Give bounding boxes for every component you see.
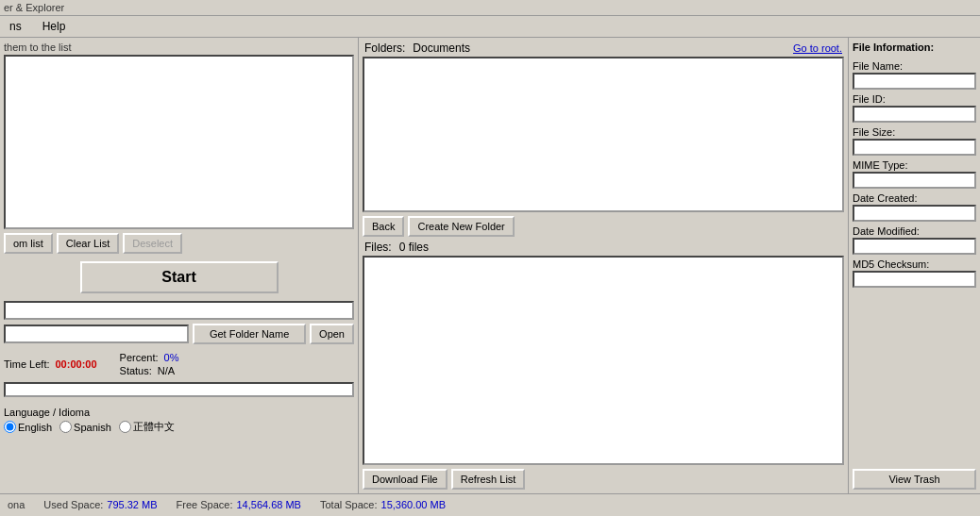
file-id-value bbox=[853, 106, 976, 123]
total-space-label: Total Space: bbox=[320, 499, 378, 510]
lang-chinese-label: 正體中文 bbox=[133, 420, 175, 434]
file-list-box bbox=[4, 55, 354, 229]
lang-chinese-option[interactable]: 正體中文 bbox=[119, 420, 175, 434]
lang-chinese-radio[interactable] bbox=[119, 421, 131, 433]
percent-label: Percent: bbox=[120, 352, 159, 363]
file-name-label: File Name: bbox=[853, 60, 976, 72]
menu-bar: ns Help bbox=[0, 16, 980, 38]
files-label: Files: bbox=[364, 241, 392, 254]
files-list bbox=[363, 256, 844, 465]
deselect-button[interactable]: Deselect bbox=[123, 233, 182, 254]
folders-path: Documents bbox=[413, 42, 470, 55]
create-new-folder-button[interactable]: Create New Folder bbox=[408, 216, 514, 237]
device-name: ona bbox=[8, 499, 25, 510]
status-value: N/A bbox=[158, 365, 175, 376]
view-trash-button[interactable]: View Trash bbox=[853, 469, 976, 490]
free-space-label: Free Space: bbox=[177, 499, 233, 510]
folder-input[interactable] bbox=[4, 301, 354, 320]
md5-value bbox=[853, 271, 976, 288]
get-folder-name-button[interactable]: Get Folder Name bbox=[193, 324, 306, 344]
back-button[interactable]: Back bbox=[363, 216, 404, 237]
download-file-button[interactable]: Download File bbox=[363, 469, 448, 490]
lang-english-radio[interactable] bbox=[4, 421, 16, 433]
menu-item-help[interactable]: Help bbox=[37, 18, 72, 35]
files-count: 0 files bbox=[399, 241, 429, 254]
file-name-value bbox=[853, 73, 976, 90]
date-modified-value bbox=[853, 238, 976, 255]
folders-label: Folders: bbox=[364, 42, 405, 55]
file-info-title: File Information: bbox=[853, 42, 976, 53]
file-id-label: File ID: bbox=[853, 93, 976, 105]
open-button[interactable]: Open bbox=[310, 324, 354, 344]
from-list-button[interactable]: om list bbox=[4, 233, 53, 254]
lang-spanish-label: Spanish bbox=[74, 422, 111, 433]
folder-tree bbox=[363, 57, 844, 212]
time-left-value: 00:00:00 bbox=[56, 358, 97, 370]
total-space-value: 15,360.00 MB bbox=[381, 499, 447, 510]
clear-list-button[interactable]: Clear List bbox=[57, 233, 119, 254]
free-space-value: 14,564.68 MB bbox=[236, 499, 301, 510]
lang-english-label: English bbox=[18, 422, 52, 433]
middle-panel: Folders: Documents Go to root. Back Crea… bbox=[359, 38, 848, 493]
date-modified-label: Date Modified: bbox=[853, 225, 976, 237]
used-space-label: Used Space: bbox=[43, 499, 103, 510]
left-panel: them to the list om list Clear List Dese… bbox=[0, 38, 359, 493]
goto-root-link[interactable]: Go to root. bbox=[793, 42, 842, 54]
percent-value: 0% bbox=[164, 352, 179, 363]
status-label: Status: bbox=[120, 365, 152, 376]
date-created-label: Date Created: bbox=[853, 192, 976, 204]
file-size-value bbox=[853, 139, 976, 156]
start-button[interactable]: Start bbox=[80, 261, 279, 293]
title-text: er & Explorer bbox=[4, 2, 64, 13]
right-panel: File Information: File Name: File ID: Fi… bbox=[848, 38, 980, 493]
language-section: Language / Idioma English Spanish 正體中文 bbox=[4, 407, 354, 434]
lang-english-option[interactable]: English bbox=[4, 421, 52, 433]
left-panel-description: them to the list bbox=[4, 42, 354, 53]
time-left-label: Time Left: bbox=[4, 358, 50, 370]
used-space-value: 795.32 MB bbox=[107, 499, 157, 510]
language-label: Language / Idioma bbox=[4, 407, 354, 418]
menu-item-ns[interactable]: ns bbox=[4, 18, 27, 35]
refresh-list-button[interactable]: Refresh List bbox=[451, 469, 526, 490]
md5-label: MD5 Checksum: bbox=[853, 258, 976, 270]
lang-spanish-radio[interactable] bbox=[59, 421, 72, 433]
date-created-value bbox=[853, 205, 976, 222]
mime-type-value bbox=[853, 172, 976, 189]
file-size-label: File Size: bbox=[853, 126, 976, 138]
status-bar: ona Used Space: 795.32 MB Free Space: 14… bbox=[0, 493, 980, 514]
lang-spanish-option[interactable]: Spanish bbox=[59, 421, 111, 433]
title-bar: er & Explorer bbox=[0, 0, 980, 16]
folder-path-input[interactable] bbox=[4, 325, 189, 343]
mime-type-label: MIME Type: bbox=[853, 159, 976, 171]
